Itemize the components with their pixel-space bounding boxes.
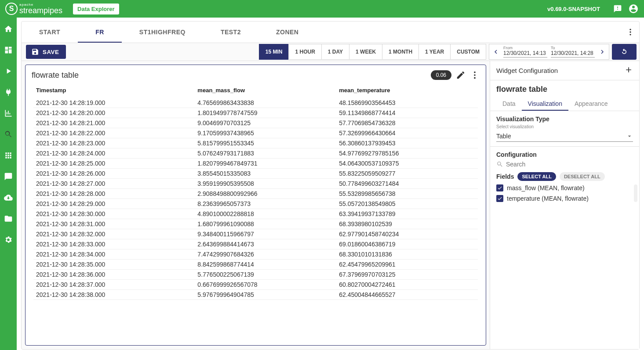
column-header[interactable]: Timestamp bbox=[33, 83, 195, 98]
nav-chart-icon[interactable] bbox=[4, 108, 13, 118]
table-cell: 2021-12-30 14:28:37.000 bbox=[33, 280, 195, 290]
inspector-tab-data[interactable]: Data bbox=[496, 97, 522, 111]
column-header[interactable]: mean_mass_flow bbox=[195, 83, 336, 98]
table-cell: 5.076249793171883 bbox=[195, 148, 336, 159]
date-to-value: 12/30/2021, 14:28 bbox=[551, 51, 595, 56]
field-label: mass_flow (MEAN, flowrate) bbox=[507, 184, 585, 191]
table-cell: 2021-12-30 14:28:21.000 bbox=[33, 118, 195, 128]
config-search-input[interactable] bbox=[506, 161, 633, 168]
svg-point-3 bbox=[474, 72, 476, 73]
table-cell: 56.30860137939453 bbox=[336, 138, 478, 148]
view-tab-st1highfreq[interactable]: ST1HIGHFREQ bbox=[122, 22, 203, 43]
viz-type-value: Table bbox=[496, 133, 511, 140]
save-label: SAVE bbox=[43, 49, 59, 55]
date-from-input[interactable]: From 12/30/2021, 14:13 bbox=[503, 46, 547, 58]
announcement-icon[interactable] bbox=[612, 4, 623, 14]
table-cell: 5.776500225067139 bbox=[195, 270, 336, 280]
inspector-tab-visualization[interactable]: Visualization bbox=[522, 97, 568, 111]
account-icon[interactable] bbox=[628, 4, 639, 14]
table-row: 2021-12-30 14:28:20.0001.801949977874755… bbox=[33, 108, 478, 118]
nav-play-icon[interactable] bbox=[4, 66, 13, 76]
field-item: mass_flow (MEAN, flowrate) bbox=[496, 184, 633, 191]
svg-point-1 bbox=[629, 31, 631, 32]
table-cell: 68.3301010131836 bbox=[336, 249, 478, 260]
table-row: 2021-12-30 14:28:29.0008.236399650573735… bbox=[33, 199, 478, 209]
table-row: 2021-12-30 14:28:25.0001.820799946784973… bbox=[33, 159, 478, 169]
nav-folder-icon[interactable] bbox=[4, 214, 13, 224]
range-15-min[interactable]: 15 MIN bbox=[259, 44, 289, 60]
tabs-menu-icon[interactable] bbox=[622, 28, 639, 36]
range-1-week[interactable]: 1 WEEK bbox=[349, 44, 382, 60]
date-from-value: 12/30/2021, 14:13 bbox=[503, 51, 547, 56]
date-next-icon[interactable] bbox=[598, 48, 606, 56]
table-cell: 62.45479965209961 bbox=[336, 260, 478, 270]
nav-search-icon[interactable] bbox=[4, 130, 13, 139]
view-tab-test2[interactable]: TEST2 bbox=[203, 22, 258, 43]
range-1-day[interactable]: 1 DAY bbox=[321, 44, 349, 60]
table-cell: 57.77069854736328 bbox=[336, 118, 478, 128]
column-header[interactable]: mean_temperature bbox=[336, 83, 478, 98]
range-1-hour[interactable]: 1 HOUR bbox=[288, 44, 321, 60]
table-row: 2021-12-30 14:28:34.0007.474299907684326… bbox=[33, 249, 478, 260]
table-widget: flowrate table 0.06 Timestampmean_mass_f… bbox=[25, 65, 486, 346]
viz-type-select[interactable]: Table bbox=[496, 131, 633, 142]
field-checkbox[interactable] bbox=[496, 195, 503, 202]
table-cell: 62.977901458740234 bbox=[336, 229, 478, 239]
widget-menu-icon[interactable] bbox=[470, 70, 480, 80]
table-cell: 59.11349868774414 bbox=[336, 108, 478, 118]
table-cell: 55.83225059509277 bbox=[336, 169, 478, 179]
table-cell: 3.959199905395508 bbox=[195, 179, 336, 189]
svg-point-5 bbox=[474, 77, 476, 79]
inspector-section-title: Widget Configuration bbox=[496, 67, 624, 74]
inspector-tab-appearance[interactable]: Appearance bbox=[568, 97, 614, 111]
field-checkbox[interactable] bbox=[496, 184, 503, 191]
nav-plug-icon[interactable] bbox=[4, 87, 13, 97]
top-bar: S apache streampipes Data Explorer v0.69… bbox=[0, 0, 644, 18]
deselect-all-button[interactable]: DESELECT ALL bbox=[560, 172, 605, 181]
table-cell: 0.6676999926567078 bbox=[195, 280, 336, 290]
table-cell: 2021-12-30 14:28:22.000 bbox=[33, 128, 195, 138]
table-cell: 5.815799951553345 bbox=[195, 138, 336, 148]
widget-title: flowrate table bbox=[32, 71, 426, 80]
table-cell: 57.32699966430664 bbox=[336, 128, 478, 138]
search-icon bbox=[496, 161, 503, 168]
chevron-down-icon bbox=[626, 133, 633, 140]
table-cell: 2021-12-30 14:28:20.000 bbox=[33, 108, 195, 118]
inspector-panel: Widget Configuration flowrate table Data… bbox=[490, 61, 639, 349]
range-custom[interactable]: CUSTOM bbox=[450, 44, 486, 60]
view-tab-fr[interactable]: FR bbox=[78, 22, 122, 43]
add-widget-icon[interactable] bbox=[624, 65, 633, 76]
fields-heading: Fields bbox=[496, 173, 514, 180]
side-nav bbox=[0, 18, 17, 350]
field-label: temperature (MEAN, flowrate) bbox=[507, 195, 589, 202]
nav-chat-icon[interactable] bbox=[4, 172, 13, 181]
view-tabs: STARTFRST1HIGHFREQTEST2ZONEN bbox=[22, 22, 639, 43]
nav-dashboard-icon[interactable] bbox=[4, 45, 13, 55]
nav-home-icon[interactable] bbox=[4, 24, 13, 34]
view-tab-start[interactable]: START bbox=[22, 22, 78, 43]
svg-point-4 bbox=[474, 74, 476, 76]
refresh-button[interactable] bbox=[612, 44, 637, 60]
save-button[interactable]: SAVE bbox=[26, 45, 66, 59]
date-to-input[interactable]: To 12/30/2021, 14:28 bbox=[551, 46, 595, 58]
nav-grid-icon[interactable] bbox=[4, 151, 13, 160]
viz-type-hint: Select visualization bbox=[496, 124, 633, 129]
table-cell: 4.890100002288818 bbox=[195, 209, 336, 219]
toolbar: SAVE 15 MIN1 HOUR1 DAY1 WEEK1 MONTH1 YEA… bbox=[22, 43, 639, 61]
table-cell: 4.765699863433838 bbox=[195, 98, 336, 108]
date-range-nav: From 12/30/2021, 14:13 To 12/30/2021, 14… bbox=[489, 44, 609, 60]
range-1-year[interactable]: 1 YEAR bbox=[418, 44, 451, 60]
table-row: 2021-12-30 14:28:32.0009.348400115966797… bbox=[33, 229, 478, 239]
nav-download-icon[interactable] bbox=[4, 193, 13, 202]
table-cell: 9.348400115966797 bbox=[195, 229, 336, 239]
edit-widget-icon[interactable] bbox=[456, 70, 466, 80]
select-all-button[interactable]: SELECT ALL bbox=[517, 172, 556, 181]
table-cell: 60.80270004272461 bbox=[336, 280, 478, 290]
range-1-month[interactable]: 1 MONTH bbox=[382, 44, 419, 60]
nav-settings-icon[interactable] bbox=[4, 235, 13, 245]
table-cell: 3.85545015335083 bbox=[195, 169, 336, 179]
date-prev-icon[interactable] bbox=[492, 48, 500, 56]
table-cell: 8.842599868774414 bbox=[195, 260, 336, 270]
table-row: 2021-12-30 14:28:33.0002.643699884414673… bbox=[33, 239, 478, 249]
view-tab-zonen[interactable]: ZONEN bbox=[258, 22, 317, 43]
